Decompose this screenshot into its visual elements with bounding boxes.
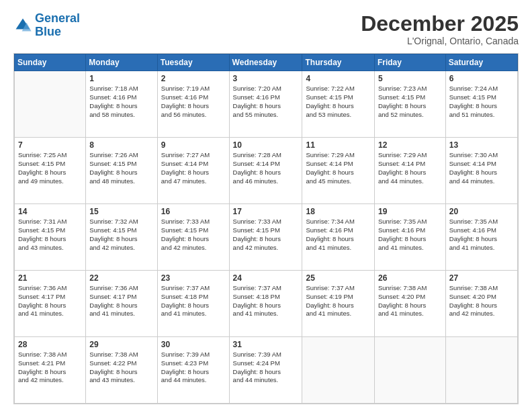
day-info: Sunrise: 7:38 AM Sunset: 4:20 PM Dayligh… <box>449 284 514 318</box>
cell-w5-d1: 28Sunrise: 7:38 AM Sunset: 4:21 PM Dayli… <box>15 337 86 404</box>
cell-w1-d2: 1Sunrise: 7:18 AM Sunset: 4:16 PM Daylig… <box>86 71 158 138</box>
cell-w4-d7: 27Sunrise: 7:38 AM Sunset: 4:20 PM Dayli… <box>445 271 517 337</box>
day-number: 11 <box>306 140 370 150</box>
week-row-2: 7Sunrise: 7:25 AM Sunset: 4:15 PM Daylig… <box>15 138 518 204</box>
cell-w1-d6: 5Sunrise: 7:23 AM Sunset: 4:15 PM Daylig… <box>374 71 445 138</box>
cell-w3-d1: 14Sunrise: 7:31 AM Sunset: 4:15 PM Dayli… <box>15 204 86 271</box>
day-info: Sunrise: 7:18 AM Sunset: 4:16 PM Dayligh… <box>89 85 154 119</box>
header-wednesday: Wednesday <box>229 54 302 71</box>
day-number: 20 <box>449 207 514 216</box>
day-number: 27 <box>449 273 514 283</box>
header-friday: Friday <box>374 54 445 71</box>
logo-line1: General <box>35 11 80 25</box>
cell-w5-d5 <box>302 337 374 404</box>
subtitle: L'Orignal, Ontario, Canada <box>361 36 519 46</box>
logo-icon <box>13 16 32 35</box>
day-number: 5 <box>378 74 442 83</box>
logo-text: General Blue <box>35 12 80 39</box>
cell-w3-d5: 18Sunrise: 7:34 AM Sunset: 4:16 PM Dayli… <box>302 204 374 271</box>
cell-w3-d6: 19Sunrise: 7:35 AM Sunset: 4:16 PM Dayli… <box>374 204 445 271</box>
day-info: Sunrise: 7:20 AM Sunset: 4:16 PM Dayligh… <box>233 85 299 119</box>
day-number: 21 <box>18 273 82 283</box>
day-number: 16 <box>161 207 226 216</box>
page: General Blue December 2025 L'Orignal, On… <box>0 0 532 411</box>
cell-w5-d6 <box>374 337 445 404</box>
cell-w4-d3: 23Sunrise: 7:37 AM Sunset: 4:18 PM Dayli… <box>157 271 229 337</box>
cell-w1-d1 <box>15 71 86 138</box>
cell-w3-d2: 15Sunrise: 7:32 AM Sunset: 4:15 PM Dayli… <box>86 204 158 271</box>
day-info: Sunrise: 7:19 AM Sunset: 4:16 PM Dayligh… <box>161 85 226 119</box>
cell-w4-d6: 26Sunrise: 7:38 AM Sunset: 4:20 PM Dayli… <box>374 271 445 337</box>
day-number: 4 <box>306 74 370 83</box>
cell-w1-d7: 6Sunrise: 7:24 AM Sunset: 4:15 PM Daylig… <box>445 71 517 138</box>
day-number: 28 <box>18 340 82 349</box>
day-number: 10 <box>233 140 299 150</box>
header-tuesday: Tuesday <box>157 54 229 71</box>
day-info: Sunrise: 7:27 AM Sunset: 4:14 PM Dayligh… <box>161 151 226 185</box>
day-info: Sunrise: 7:37 AM Sunset: 4:18 PM Dayligh… <box>233 284 299 318</box>
day-info: Sunrise: 7:29 AM Sunset: 4:14 PM Dayligh… <box>378 151 442 185</box>
day-info: Sunrise: 7:28 AM Sunset: 4:14 PM Dayligh… <box>233 151 299 185</box>
day-info: Sunrise: 7:39 AM Sunset: 4:23 PM Dayligh… <box>161 351 226 385</box>
day-info: Sunrise: 7:39 AM Sunset: 4:24 PM Dayligh… <box>233 351 299 385</box>
day-number: 1 <box>89 74 154 83</box>
calendar-table: Sunday Monday Tuesday Wednesday Thursday… <box>14 54 518 404</box>
day-number: 22 <box>89 273 154 283</box>
day-info: Sunrise: 7:26 AM Sunset: 4:15 PM Dayligh… <box>89 151 154 185</box>
day-number: 30 <box>161 340 226 349</box>
day-number: 14 <box>18 207 82 216</box>
day-info: Sunrise: 7:29 AM Sunset: 4:14 PM Dayligh… <box>306 151 370 185</box>
cell-w1-d5: 4Sunrise: 7:22 AM Sunset: 4:15 PM Daylig… <box>302 71 374 138</box>
header-sunday: Sunday <box>15 54 86 71</box>
calendar: Sunday Monday Tuesday Wednesday Thursday… <box>13 53 519 404</box>
day-info: Sunrise: 7:32 AM Sunset: 4:15 PM Dayligh… <box>89 218 154 252</box>
cell-w2-d6: 12Sunrise: 7:29 AM Sunset: 4:14 PM Dayli… <box>374 138 445 204</box>
calendar-body: 1Sunrise: 7:18 AM Sunset: 4:16 PM Daylig… <box>15 71 518 404</box>
day-number: 31 <box>233 340 299 349</box>
day-info: Sunrise: 7:22 AM Sunset: 4:15 PM Dayligh… <box>306 85 370 119</box>
title-block: December 2025 L'Orignal, Ontario, Canada <box>361 12 519 46</box>
day-number: 19 <box>378 207 442 216</box>
logo-line2: Blue <box>35 25 61 38</box>
day-number: 15 <box>89 207 154 216</box>
day-info: Sunrise: 7:38 AM Sunset: 4:22 PM Dayligh… <box>89 351 154 385</box>
day-number: 29 <box>89 340 154 349</box>
cell-w4-d4: 24Sunrise: 7:37 AM Sunset: 4:18 PM Dayli… <box>229 271 302 337</box>
cell-w2-d5: 11Sunrise: 7:29 AM Sunset: 4:14 PM Dayli… <box>302 138 374 204</box>
day-number: 8 <box>89 140 154 150</box>
day-info: Sunrise: 7:25 AM Sunset: 4:15 PM Dayligh… <box>18 151 82 185</box>
header: General Blue December 2025 L'Orignal, On… <box>13 12 519 46</box>
day-info: Sunrise: 7:38 AM Sunset: 4:21 PM Dayligh… <box>18 351 82 385</box>
header-monday: Monday <box>86 54 158 71</box>
week-row-5: 28Sunrise: 7:38 AM Sunset: 4:21 PM Dayli… <box>15 337 518 404</box>
day-number: 7 <box>18 140 82 150</box>
day-number: 23 <box>161 273 226 283</box>
cell-w5-d7 <box>445 337 517 404</box>
day-info: Sunrise: 7:24 AM Sunset: 4:15 PM Dayligh… <box>449 85 514 119</box>
cell-w4-d5: 25Sunrise: 7:37 AM Sunset: 4:19 PM Dayli… <box>302 271 374 337</box>
day-info: Sunrise: 7:38 AM Sunset: 4:20 PM Dayligh… <box>378 284 442 318</box>
day-info: Sunrise: 7:33 AM Sunset: 4:15 PM Dayligh… <box>161 218 226 252</box>
day-number: 6 <box>449 74 514 83</box>
cell-w5-d3: 30Sunrise: 7:39 AM Sunset: 4:23 PM Dayli… <box>157 337 229 404</box>
day-number: 13 <box>449 140 514 150</box>
cell-w3-d3: 16Sunrise: 7:33 AM Sunset: 4:15 PM Dayli… <box>157 204 229 271</box>
cell-w3-d4: 17Sunrise: 7:33 AM Sunset: 4:15 PM Dayli… <box>229 204 302 271</box>
cell-w2-d1: 7Sunrise: 7:25 AM Sunset: 4:15 PM Daylig… <box>15 138 86 204</box>
day-number: 3 <box>233 74 299 83</box>
day-info: Sunrise: 7:23 AM Sunset: 4:15 PM Dayligh… <box>378 85 442 119</box>
cell-w2-d4: 10Sunrise: 7:28 AM Sunset: 4:14 PM Dayli… <box>229 138 302 204</box>
day-number: 18 <box>306 207 370 216</box>
day-number: 24 <box>233 273 299 283</box>
cell-w2-d3: 9Sunrise: 7:27 AM Sunset: 4:14 PM Daylig… <box>157 138 229 204</box>
day-number: 12 <box>378 140 442 150</box>
day-info: Sunrise: 7:37 AM Sunset: 4:18 PM Dayligh… <box>161 284 226 318</box>
cell-w5-d2: 29Sunrise: 7:38 AM Sunset: 4:22 PM Dayli… <box>86 337 158 404</box>
cell-w4-d2: 22Sunrise: 7:36 AM Sunset: 4:17 PM Dayli… <box>86 271 158 337</box>
header-row: Sunday Monday Tuesday Wednesday Thursday… <box>15 54 518 71</box>
cell-w1-d3: 2Sunrise: 7:19 AM Sunset: 4:16 PM Daylig… <box>157 71 229 138</box>
day-info: Sunrise: 7:36 AM Sunset: 4:17 PM Dayligh… <box>18 284 82 318</box>
day-number: 17 <box>233 207 299 216</box>
calendar-header: Sunday Monday Tuesday Wednesday Thursday… <box>15 54 518 71</box>
day-info: Sunrise: 7:35 AM Sunset: 4:16 PM Dayligh… <box>378 218 442 252</box>
